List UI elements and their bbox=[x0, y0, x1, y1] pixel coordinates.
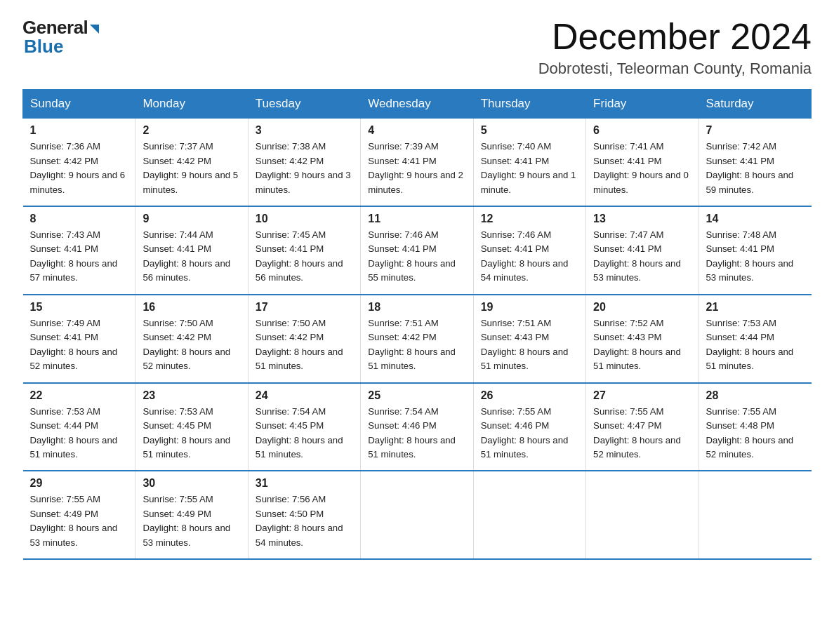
day-number: 31 bbox=[256, 477, 353, 490]
day-number: 8 bbox=[30, 213, 128, 225]
day-info: Sunrise: 7:44 AMSunset: 4:41 PMDaylight:… bbox=[143, 228, 240, 286]
day-info: Sunrise: 7:55 AMSunset: 4:49 PMDaylight:… bbox=[143, 492, 240, 550]
day-number: 7 bbox=[706, 124, 805, 137]
day-number: 16 bbox=[143, 301, 240, 314]
calendar-cell: 29Sunrise: 7:55 AMSunset: 4:49 PMDayligh… bbox=[23, 471, 135, 559]
day-info: Sunrise: 7:43 AMSunset: 4:41 PMDaylight:… bbox=[30, 228, 128, 286]
calendar-cell: 31Sunrise: 7:56 AMSunset: 4:50 PMDayligh… bbox=[248, 471, 360, 559]
logo: General Blue bbox=[22, 17, 99, 58]
day-number: 15 bbox=[30, 301, 128, 314]
day-number: 19 bbox=[481, 301, 578, 314]
calendar-cell: 12Sunrise: 7:46 AMSunset: 4:41 PMDayligh… bbox=[473, 206, 585, 295]
calendar-cell: 24Sunrise: 7:54 AMSunset: 4:45 PMDayligh… bbox=[248, 383, 360, 471]
day-number: 30 bbox=[143, 477, 240, 490]
calendar-cell: 14Sunrise: 7:48 AMSunset: 4:41 PMDayligh… bbox=[699, 206, 811, 295]
day-number: 6 bbox=[593, 124, 691, 137]
day-number: 3 bbox=[256, 124, 353, 137]
calendar-cell: 10Sunrise: 7:45 AMSunset: 4:41 PMDayligh… bbox=[248, 206, 360, 295]
day-info: Sunrise: 7:50 AMSunset: 4:42 PMDaylight:… bbox=[256, 316, 353, 374]
calendar-header-row: SundayMondayTuesdayWednesdayThursdayFrid… bbox=[23, 90, 812, 119]
weekday-header-friday: Friday bbox=[586, 90, 699, 119]
day-info: Sunrise: 7:41 AMSunset: 4:41 PMDaylight:… bbox=[593, 140, 691, 197]
day-info: Sunrise: 7:56 AMSunset: 4:50 PMDaylight:… bbox=[256, 492, 353, 550]
weekday-header-wednesday: Wednesday bbox=[361, 90, 473, 119]
weekday-header-sunday: Sunday bbox=[23, 90, 135, 119]
day-number: 20 bbox=[593, 301, 691, 314]
day-info: Sunrise: 7:42 AMSunset: 4:41 PMDaylight:… bbox=[706, 140, 805, 197]
day-info: Sunrise: 7:36 AMSunset: 4:42 PMDaylight:… bbox=[30, 140, 128, 197]
day-info: Sunrise: 7:49 AMSunset: 4:41 PMDaylight:… bbox=[30, 316, 128, 374]
day-info: Sunrise: 7:46 AMSunset: 4:41 PMDaylight:… bbox=[368, 228, 465, 286]
day-number: 5 bbox=[481, 124, 578, 137]
day-number: 18 bbox=[368, 301, 465, 314]
logo-arrow-icon bbox=[90, 25, 99, 34]
day-info: Sunrise: 7:55 AMSunset: 4:49 PMDaylight:… bbox=[30, 492, 128, 550]
day-number: 1 bbox=[30, 124, 128, 137]
calendar-week-row: 29Sunrise: 7:55 AMSunset: 4:49 PMDayligh… bbox=[23, 471, 812, 559]
calendar-week-row: 15Sunrise: 7:49 AMSunset: 4:41 PMDayligh… bbox=[23, 295, 812, 383]
calendar-cell: 6Sunrise: 7:41 AMSunset: 4:41 PMDaylight… bbox=[586, 119, 699, 206]
day-number: 11 bbox=[368, 213, 465, 225]
day-info: Sunrise: 7:54 AMSunset: 4:46 PMDaylight:… bbox=[368, 405, 465, 462]
weekday-header-tuesday: Tuesday bbox=[248, 90, 360, 119]
calendar-cell bbox=[361, 471, 473, 559]
calendar-cell: 21Sunrise: 7:53 AMSunset: 4:44 PMDayligh… bbox=[699, 295, 811, 383]
calendar-cell: 15Sunrise: 7:49 AMSunset: 4:41 PMDayligh… bbox=[23, 295, 135, 383]
calendar-cell bbox=[699, 471, 811, 559]
day-info: Sunrise: 7:40 AMSunset: 4:41 PMDaylight:… bbox=[481, 140, 578, 197]
day-info: Sunrise: 7:37 AMSunset: 4:42 PMDaylight:… bbox=[143, 140, 240, 197]
day-number: 14 bbox=[706, 213, 805, 225]
day-number: 2 bbox=[143, 124, 240, 137]
weekday-header-thursday: Thursday bbox=[473, 90, 585, 119]
day-number: 24 bbox=[256, 389, 353, 402]
day-info: Sunrise: 7:39 AMSunset: 4:41 PMDaylight:… bbox=[368, 140, 465, 197]
day-info: Sunrise: 7:55 AMSunset: 4:46 PMDaylight:… bbox=[481, 405, 578, 462]
day-number: 28 bbox=[706, 389, 805, 402]
calendar-week-row: 22Sunrise: 7:53 AMSunset: 4:44 PMDayligh… bbox=[23, 383, 812, 471]
day-number: 23 bbox=[143, 389, 240, 402]
day-info: Sunrise: 7:47 AMSunset: 4:41 PMDaylight:… bbox=[593, 228, 691, 286]
day-info: Sunrise: 7:55 AMSunset: 4:48 PMDaylight:… bbox=[706, 405, 805, 462]
day-info: Sunrise: 7:50 AMSunset: 4:42 PMDaylight:… bbox=[143, 316, 240, 374]
calendar-week-row: 8Sunrise: 7:43 AMSunset: 4:41 PMDaylight… bbox=[23, 206, 812, 295]
day-number: 10 bbox=[256, 213, 353, 225]
day-number: 22 bbox=[30, 389, 128, 402]
day-number: 13 bbox=[593, 213, 691, 225]
day-info: Sunrise: 7:55 AMSunset: 4:47 PMDaylight:… bbox=[593, 405, 691, 462]
day-number: 25 bbox=[368, 389, 465, 402]
day-info: Sunrise: 7:53 AMSunset: 4:45 PMDaylight:… bbox=[143, 405, 240, 462]
calendar-cell: 20Sunrise: 7:52 AMSunset: 4:43 PMDayligh… bbox=[586, 295, 699, 383]
calendar-cell: 11Sunrise: 7:46 AMSunset: 4:41 PMDayligh… bbox=[361, 206, 473, 295]
weekday-header-monday: Monday bbox=[135, 90, 248, 119]
day-info: Sunrise: 7:54 AMSunset: 4:45 PMDaylight:… bbox=[256, 405, 353, 462]
day-info: Sunrise: 7:53 AMSunset: 4:44 PMDaylight:… bbox=[30, 405, 128, 462]
calendar-cell: 25Sunrise: 7:54 AMSunset: 4:46 PMDayligh… bbox=[361, 383, 473, 471]
day-info: Sunrise: 7:45 AMSunset: 4:41 PMDaylight:… bbox=[256, 228, 353, 286]
day-info: Sunrise: 7:51 AMSunset: 4:43 PMDaylight:… bbox=[481, 316, 578, 374]
calendar-cell: 18Sunrise: 7:51 AMSunset: 4:42 PMDayligh… bbox=[361, 295, 473, 383]
calendar-cell: 30Sunrise: 7:55 AMSunset: 4:49 PMDayligh… bbox=[135, 471, 248, 559]
day-number: 21 bbox=[706, 301, 805, 314]
calendar-cell: 23Sunrise: 7:53 AMSunset: 4:45 PMDayligh… bbox=[135, 383, 248, 471]
logo-text-blue: Blue bbox=[24, 36, 63, 58]
day-info: Sunrise: 7:48 AMSunset: 4:41 PMDaylight:… bbox=[706, 228, 805, 286]
calendar-cell: 26Sunrise: 7:55 AMSunset: 4:46 PMDayligh… bbox=[473, 383, 585, 471]
calendar-cell bbox=[473, 471, 585, 559]
calendar-cell: 9Sunrise: 7:44 AMSunset: 4:41 PMDaylight… bbox=[135, 206, 248, 295]
day-number: 26 bbox=[481, 389, 578, 402]
calendar-cell: 19Sunrise: 7:51 AMSunset: 4:43 PMDayligh… bbox=[473, 295, 585, 383]
day-number: 9 bbox=[143, 213, 240, 225]
calendar-cell: 22Sunrise: 7:53 AMSunset: 4:44 PMDayligh… bbox=[23, 383, 135, 471]
day-number: 12 bbox=[481, 213, 578, 225]
calendar-cell: 28Sunrise: 7:55 AMSunset: 4:48 PMDayligh… bbox=[699, 383, 811, 471]
day-number: 17 bbox=[256, 301, 353, 314]
day-info: Sunrise: 7:53 AMSunset: 4:44 PMDaylight:… bbox=[706, 316, 805, 374]
calendar-cell: 13Sunrise: 7:47 AMSunset: 4:41 PMDayligh… bbox=[586, 206, 699, 295]
day-info: Sunrise: 7:51 AMSunset: 4:42 PMDaylight:… bbox=[368, 316, 465, 374]
calendar-cell: 7Sunrise: 7:42 AMSunset: 4:41 PMDaylight… bbox=[699, 119, 811, 206]
calendar-cell: 3Sunrise: 7:38 AMSunset: 4:42 PMDaylight… bbox=[248, 119, 360, 206]
day-info: Sunrise: 7:38 AMSunset: 4:42 PMDaylight:… bbox=[256, 140, 353, 197]
day-info: Sunrise: 7:52 AMSunset: 4:43 PMDaylight:… bbox=[593, 316, 691, 374]
location-subtitle: Dobrotesti, Teleorman County, Romania bbox=[538, 60, 812, 78]
calendar-cell: 8Sunrise: 7:43 AMSunset: 4:41 PMDaylight… bbox=[23, 206, 135, 295]
